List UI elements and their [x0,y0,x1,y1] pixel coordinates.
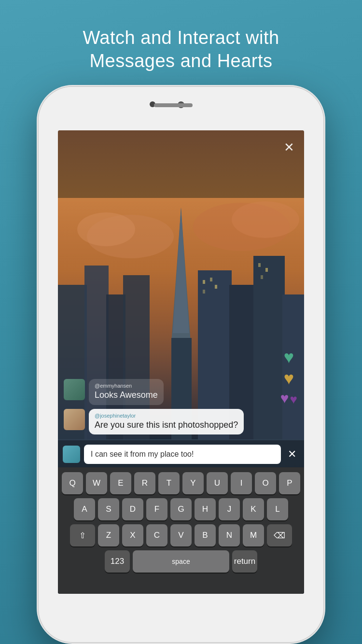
message-text-1: Looks Awesome [95,390,158,401]
message-bubble-2: @josephinetaylor Are you sure this isnt … [64,409,247,434]
keyboard-row-1: Q W E R T Y U I O P [60,472,302,494]
key-i[interactable]: I [231,472,252,494]
message-input[interactable] [84,445,281,464]
keyboard-row-3: ⇧ Z X C V B N M ⌫ [60,524,302,546]
heart-green: ♥ [284,349,294,366]
key-u[interactable]: U [207,472,228,494]
delete-key[interactable]: ⌫ [267,524,292,546]
key-y[interactable]: Y [182,472,204,494]
key-q[interactable]: Q [62,472,83,494]
key-c[interactable]: C [146,524,167,546]
key-g[interactable]: G [170,498,192,520]
key-z[interactable]: Z [98,524,119,546]
space-key[interactable]: space [133,550,229,573]
chat-container: @emmyhansen Looks Awesome @josephinetayl… [58,379,304,439]
keyboard-row-4: 123 space return [60,550,302,573]
svg-point-22 [232,201,299,238]
app-screen: ✕ ♥ ♥ ♥ ♥ @emmyhansen Looks Awesome [58,130,304,594]
key-x[interactable]: X [122,524,143,546]
key-o[interactable]: O [255,472,276,494]
key-l[interactable]: L [267,498,288,520]
username-emmy: @emmyhansen [95,383,158,389]
key-t[interactable]: T [158,472,180,494]
input-bar: ✕ [58,440,304,468]
username-josephine: @josephinetaylor [95,413,238,419]
key-k[interactable]: K [243,498,264,520]
key-j[interactable]: J [219,498,240,520]
bubble-content-2: @josephinetaylor Are you sure this isnt … [89,409,244,434]
numbers-key[interactable]: 123 [105,550,130,573]
key-h[interactable]: H [195,498,216,520]
key-m[interactable]: M [243,524,264,546]
phone-shell: ✕ ♥ ♥ ♥ ♥ @emmyhansen Looks Awesome [39,87,323,642]
keyboard-row-2: A S D F G H J K L [60,498,302,520]
svg-rect-13 [210,278,212,281]
key-w[interactable]: W [86,472,107,494]
bubble-content-1: @emmyhansen Looks Awesome [89,379,164,405]
avatar-josephine [64,409,85,430]
key-s[interactable]: S [98,498,119,520]
svg-rect-16 [258,263,261,267]
key-b[interactable]: B [195,524,216,546]
svg-rect-14 [203,290,205,294]
input-close-button[interactable]: ✕ [285,448,299,461]
key-r[interactable]: R [134,472,155,494]
key-d[interactable]: D [122,498,143,520]
speaker [154,103,193,107]
keyboard: Q W E R T Y U I O P A S D F G H J K [58,467,304,594]
key-v[interactable]: V [170,524,192,546]
svg-rect-18 [261,275,263,279]
page-title: Watch and Interact with Messages and Hea… [41,27,321,72]
key-f[interactable]: F [146,498,167,520]
shift-key[interactable]: ⇧ [70,524,95,546]
avatar-emmy [64,379,85,400]
input-user-avatar [63,446,80,463]
svg-rect-12 [203,280,205,284]
key-a[interactable]: A [74,498,95,520]
svg-rect-17 [265,268,268,272]
message-bubble-1: @emmyhansen Looks Awesome [64,379,247,405]
svg-point-20 [77,212,135,246]
key-e[interactable]: E [110,472,131,494]
return-key[interactable]: return [232,550,257,573]
svg-rect-15 [215,285,217,289]
message-text-2: Are you sure this isnt photoshopped? [95,420,238,431]
phone-top-bar [39,87,323,130]
close-button[interactable]: ✕ [284,140,294,155]
key-p[interactable]: P [279,472,300,494]
key-n[interactable]: N [219,524,240,546]
